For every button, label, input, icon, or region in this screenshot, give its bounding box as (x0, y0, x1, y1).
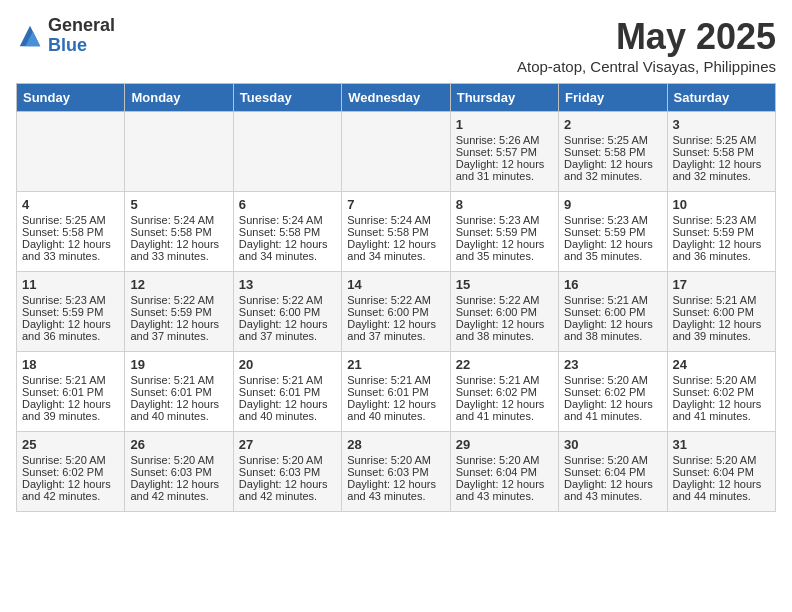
day-number: 3 (673, 117, 770, 132)
header-cell-saturday: Saturday (667, 84, 775, 112)
daylight-text: Daylight: 12 hours and 40 minutes. (130, 398, 227, 422)
sunset-text: Sunset: 6:02 PM (564, 386, 661, 398)
week-row-5: 25Sunrise: 5:20 AMSunset: 6:02 PMDayligh… (17, 432, 776, 512)
day-cell: 25Sunrise: 5:20 AMSunset: 6:02 PMDayligh… (17, 432, 125, 512)
day-number: 5 (130, 197, 227, 212)
day-cell: 13Sunrise: 5:22 AMSunset: 6:00 PMDayligh… (233, 272, 341, 352)
day-cell (17, 112, 125, 192)
day-number: 4 (22, 197, 119, 212)
daylight-text: Daylight: 12 hours and 36 minutes. (673, 238, 770, 262)
day-cell: 10Sunrise: 5:23 AMSunset: 5:59 PMDayligh… (667, 192, 775, 272)
sunset-text: Sunset: 5:58 PM (130, 226, 227, 238)
day-cell: 28Sunrise: 5:20 AMSunset: 6:03 PMDayligh… (342, 432, 450, 512)
day-number: 28 (347, 437, 444, 452)
sunset-text: Sunset: 5:59 PM (456, 226, 553, 238)
day-cell: 20Sunrise: 5:21 AMSunset: 6:01 PMDayligh… (233, 352, 341, 432)
sunrise-text: Sunrise: 5:21 AM (564, 294, 661, 306)
day-number: 10 (673, 197, 770, 212)
sunrise-text: Sunrise: 5:26 AM (456, 134, 553, 146)
day-number: 15 (456, 277, 553, 292)
sunrise-text: Sunrise: 5:21 AM (673, 294, 770, 306)
sunrise-text: Sunrise: 5:25 AM (673, 134, 770, 146)
sunrise-text: Sunrise: 5:22 AM (130, 294, 227, 306)
daylight-text: Daylight: 12 hours and 34 minutes. (239, 238, 336, 262)
sub-title: Atop-atop, Central Visayas, Philippines (517, 58, 776, 75)
sunrise-text: Sunrise: 5:20 AM (347, 454, 444, 466)
daylight-text: Daylight: 12 hours and 43 minutes. (456, 478, 553, 502)
sunrise-text: Sunrise: 5:21 AM (456, 374, 553, 386)
daylight-text: Daylight: 12 hours and 41 minutes. (673, 398, 770, 422)
daylight-text: Daylight: 12 hours and 42 minutes. (239, 478, 336, 502)
day-cell (342, 112, 450, 192)
sunrise-text: Sunrise: 5:22 AM (456, 294, 553, 306)
day-cell: 15Sunrise: 5:22 AMSunset: 6:00 PMDayligh… (450, 272, 558, 352)
header-cell-thursday: Thursday (450, 84, 558, 112)
day-number: 25 (22, 437, 119, 452)
sunset-text: Sunset: 5:59 PM (130, 306, 227, 318)
day-number: 24 (673, 357, 770, 372)
day-cell: 9Sunrise: 5:23 AMSunset: 5:59 PMDaylight… (559, 192, 667, 272)
day-number: 17 (673, 277, 770, 292)
daylight-text: Daylight: 12 hours and 36 minutes. (22, 318, 119, 342)
daylight-text: Daylight: 12 hours and 42 minutes. (22, 478, 119, 502)
sunset-text: Sunset: 6:00 PM (564, 306, 661, 318)
daylight-text: Daylight: 12 hours and 35 minutes. (456, 238, 553, 262)
sunrise-text: Sunrise: 5:24 AM (239, 214, 336, 226)
day-cell: 4Sunrise: 5:25 AMSunset: 5:58 PMDaylight… (17, 192, 125, 272)
day-cell (125, 112, 233, 192)
day-cell: 21Sunrise: 5:21 AMSunset: 6:01 PMDayligh… (342, 352, 450, 432)
day-number: 29 (456, 437, 553, 452)
header-cell-friday: Friday (559, 84, 667, 112)
day-number: 7 (347, 197, 444, 212)
day-number: 2 (564, 117, 661, 132)
logo-text: General Blue (48, 16, 115, 56)
daylight-text: Daylight: 12 hours and 40 minutes. (347, 398, 444, 422)
sunset-text: Sunset: 6:04 PM (673, 466, 770, 478)
sunset-text: Sunset: 6:03 PM (130, 466, 227, 478)
daylight-text: Daylight: 12 hours and 38 minutes. (564, 318, 661, 342)
day-number: 14 (347, 277, 444, 292)
day-cell: 12Sunrise: 5:22 AMSunset: 5:59 PMDayligh… (125, 272, 233, 352)
day-cell: 24Sunrise: 5:20 AMSunset: 6:02 PMDayligh… (667, 352, 775, 432)
day-cell: 31Sunrise: 5:20 AMSunset: 6:04 PMDayligh… (667, 432, 775, 512)
daylight-text: Daylight: 12 hours and 33 minutes. (130, 238, 227, 262)
sunrise-text: Sunrise: 5:20 AM (456, 454, 553, 466)
day-cell: 14Sunrise: 5:22 AMSunset: 6:00 PMDayligh… (342, 272, 450, 352)
sunrise-text: Sunrise: 5:21 AM (347, 374, 444, 386)
sunrise-text: Sunrise: 5:23 AM (673, 214, 770, 226)
day-number: 30 (564, 437, 661, 452)
header-cell-sunday: Sunday (17, 84, 125, 112)
sunset-text: Sunset: 6:00 PM (347, 306, 444, 318)
day-number: 20 (239, 357, 336, 372)
day-cell: 3Sunrise: 5:25 AMSunset: 5:58 PMDaylight… (667, 112, 775, 192)
day-cell: 8Sunrise: 5:23 AMSunset: 5:59 PMDaylight… (450, 192, 558, 272)
day-number: 11 (22, 277, 119, 292)
day-cell: 2Sunrise: 5:25 AMSunset: 5:58 PMDaylight… (559, 112, 667, 192)
sunset-text: Sunset: 6:02 PM (456, 386, 553, 398)
sunrise-text: Sunrise: 5:23 AM (564, 214, 661, 226)
calendar-header: SundayMondayTuesdayWednesdayThursdayFrid… (17, 84, 776, 112)
day-number: 21 (347, 357, 444, 372)
day-number: 12 (130, 277, 227, 292)
day-number: 19 (130, 357, 227, 372)
sunset-text: Sunset: 6:00 PM (239, 306, 336, 318)
day-cell: 19Sunrise: 5:21 AMSunset: 6:01 PMDayligh… (125, 352, 233, 432)
sunrise-text: Sunrise: 5:20 AM (564, 454, 661, 466)
day-number: 22 (456, 357, 553, 372)
sunset-text: Sunset: 5:59 PM (673, 226, 770, 238)
calendar-body: 1Sunrise: 5:26 AMSunset: 5:57 PMDaylight… (17, 112, 776, 512)
sunrise-text: Sunrise: 5:20 AM (673, 454, 770, 466)
sunrise-text: Sunrise: 5:21 AM (130, 374, 227, 386)
week-row-3: 11Sunrise: 5:23 AMSunset: 5:59 PMDayligh… (17, 272, 776, 352)
sunrise-text: Sunrise: 5:20 AM (22, 454, 119, 466)
sunrise-text: Sunrise: 5:24 AM (130, 214, 227, 226)
daylight-text: Daylight: 12 hours and 43 minutes. (564, 478, 661, 502)
sunrise-text: Sunrise: 5:20 AM (564, 374, 661, 386)
daylight-text: Daylight: 12 hours and 38 minutes. (456, 318, 553, 342)
sunset-text: Sunset: 5:58 PM (347, 226, 444, 238)
day-cell: 26Sunrise: 5:20 AMSunset: 6:03 PMDayligh… (125, 432, 233, 512)
daylight-text: Daylight: 12 hours and 42 minutes. (130, 478, 227, 502)
header-cell-wednesday: Wednesday (342, 84, 450, 112)
week-row-1: 1Sunrise: 5:26 AMSunset: 5:57 PMDaylight… (17, 112, 776, 192)
day-cell: 11Sunrise: 5:23 AMSunset: 5:59 PMDayligh… (17, 272, 125, 352)
